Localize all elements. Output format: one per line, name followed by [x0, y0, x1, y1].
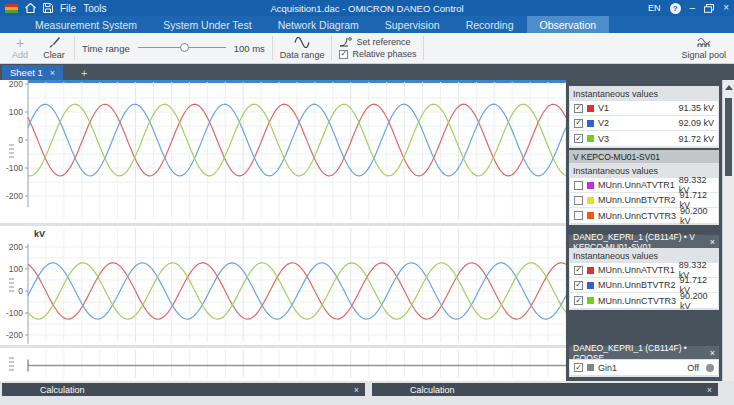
close-button[interactable]: × — [723, 3, 729, 13]
status-indicator-icon — [706, 364, 714, 372]
time-range-value: 100 ms — [234, 43, 265, 54]
signal-color-swatch — [587, 105, 594, 112]
panel-close-icon[interactable]: × — [354, 385, 359, 395]
set-reference-button[interactable]: Set reference — [339, 37, 416, 47]
relative-phases-toggle[interactable]: ✓ Relative phases — [339, 49, 416, 59]
nav-tab-recording[interactable]: Recording — [453, 16, 527, 33]
signal-color-swatch — [587, 182, 594, 189]
menu-tools[interactable]: Tools — [83, 3, 106, 14]
signal-visibility-checkbox[interactable] — [574, 196, 583, 205]
add-sheet-button[interactable]: + — [81, 66, 87, 80]
signal-status: Off — [687, 363, 699, 373]
window-title: Acquisition1.dac - OMICRON DANEO Control — [0, 3, 734, 14]
legend-row[interactable]: ✓V292.09 kV — [570, 116, 718, 131]
section-label: Instantaneous values — [570, 87, 718, 101]
legend-row[interactable]: MUnn.UnnCTVTR390.200 kV — [570, 208, 718, 223]
signal-visibility-checkbox[interactable] — [574, 181, 583, 190]
y-axis-unit-label: kV — [34, 229, 45, 239]
nav-tab-network-diagram[interactable]: Network Diagram — [265, 16, 372, 33]
signal-visibility-checkbox[interactable]: ✓ — [574, 281, 583, 290]
signal-visibility-checkbox[interactable] — [574, 211, 583, 220]
legend-header-daneo-sv01[interactable]: DANEO_KEPRI_1 (CB114F) • V KEPCO-MU01-SV… — [569, 235, 719, 248]
clear-button-label: Clear — [43, 50, 65, 60]
time-range-slider[interactable] — [138, 42, 226, 54]
panel-close-icon[interactable]: × — [710, 348, 715, 358]
clear-button[interactable]: Clear — [41, 36, 67, 60]
svg-text:200: 200 — [9, 80, 23, 89]
title-bar: File Tools Acquisition1.dac - OMICRON DA… — [0, 0, 734, 16]
signal-pool-button[interactable]: Signal pool — [681, 36, 726, 60]
add-button[interactable]: + Add — [7, 36, 33, 60]
signal-legend-panel: Instantaneous values ✓V191.35 kV✓V292.09… — [566, 80, 722, 381]
signal-pool-icon — [696, 36, 712, 49]
signal-name: MUnn.UnnATVTR1 — [598, 180, 675, 190]
signal-name: MUnn.UnnCTVTR3 — [598, 296, 676, 306]
svg-text:0: 0 — [18, 135, 23, 145]
bottom-panel-area: Calculation × Calculation × — [0, 381, 734, 405]
goose-binary-trace[interactable] — [0, 348, 566, 381]
signal-visibility-checkbox[interactable]: ✓ — [574, 134, 583, 143]
waveform-chart-merged-unit[interactable]: kV 2001000-100-200 — [0, 226, 566, 345]
time-range-label: Time range — [82, 43, 130, 54]
signal-name: MUnn.UnnBTVTR2 — [598, 195, 676, 205]
svg-text:-200: -200 — [6, 330, 23, 340]
daneo-control-window: File Tools Acquisition1.dac - OMICRON DA… — [0, 0, 734, 405]
relative-phases-checkbox[interactable]: ✓ — [339, 50, 348, 59]
signal-visibility-checkbox[interactable]: ✓ — [574, 119, 583, 128]
nav-tab-measurement-system[interactable]: Measurement System — [22, 16, 150, 33]
svg-text:-100: -100 — [6, 308, 23, 318]
signal-color-swatch — [587, 267, 594, 274]
legend-row[interactable]: ✓V191.35 kV — [570, 101, 718, 116]
signal-name: V2 — [598, 118, 609, 128]
panel-close-icon[interactable]: × — [707, 385, 712, 395]
language-selector[interactable]: EN — [648, 3, 661, 13]
legend-header-kepco-sv01[interactable]: V KEPCO-MU01-SV01 — [569, 150, 719, 163]
signal-name: MUnn.UnnATVTR1 — [598, 265, 675, 275]
data-range-button[interactable]: Data range — [280, 36, 325, 60]
home-icon[interactable] — [25, 3, 36, 13]
relative-phases-label: Relative phases — [352, 49, 416, 59]
nav-tab-supervision[interactable]: Supervision — [372, 16, 453, 33]
ribbon-toolbar: + Add Clear Time range 100 ms — [0, 33, 734, 64]
legend-row[interactable]: ✓V391.72 kV — [570, 131, 718, 146]
legend-group-kepco-sv01: Instantaneous values MUnn.UnnATVTR189.33… — [569, 163, 719, 225]
signal-visibility-checkbox[interactable]: ✓ — [574, 104, 583, 113]
legend-header-daneo-goose[interactable]: DANEO_KEPRI_1 (CB114F) • GOOSE × — [569, 346, 719, 359]
svg-text:100: 100 — [9, 107, 23, 117]
legend-row[interactable]: ✓Gin1Off — [570, 360, 718, 375]
sheet-close-icon[interactable]: × — [50, 68, 55, 78]
signal-visibility-checkbox[interactable]: ✓ — [574, 296, 583, 305]
plus-icon: + — [16, 36, 24, 49]
legend-row[interactable]: ✓MUnn.UnnCTVTR390.200 kV — [570, 293, 718, 308]
waveform-chart-voltages[interactable]: 2001000-100-200 — [0, 80, 566, 223]
help-icon[interactable]: ? — [670, 3, 681, 14]
menu-file[interactable]: File — [60, 3, 76, 14]
scrollbar-thumb[interactable] — [725, 98, 732, 176]
signal-visibility-checkbox[interactable]: ✓ — [574, 363, 583, 372]
signal-value: 90.200 kV — [680, 206, 714, 226]
svg-text:100: 100 — [9, 264, 23, 274]
calculation-panel-right[interactable]: Calculation × — [372, 383, 718, 396]
sheet-tab-label: Sheet 1 — [10, 67, 43, 78]
data-range-label: Data range — [280, 50, 325, 60]
calculation-panel-left[interactable]: Calculation × — [2, 383, 365, 396]
signal-value: 91.35 kV — [678, 103, 714, 113]
signal-color-swatch — [587, 364, 594, 371]
sheet-tab-active[interactable]: Sheet 1 × — [2, 65, 63, 80]
panel-vertical-scrollbar[interactable] — [722, 80, 734, 381]
nav-tab-observation[interactable]: Observation — [527, 16, 610, 33]
signal-color-swatch — [587, 212, 594, 219]
nav-tab-system-under-test[interactable]: System Under Test — [150, 16, 265, 33]
signal-visibility-checkbox[interactable]: ✓ — [574, 266, 583, 275]
signal-value: 90.200 kV — [680, 291, 714, 311]
signal-name: V3 — [598, 134, 609, 144]
minimize-button[interactable]: – — [690, 3, 696, 13]
restore-button[interactable] — [704, 4, 714, 13]
panel-close-icon[interactable]: × — [710, 237, 715, 247]
scroll-up-icon[interactable] — [725, 85, 733, 90]
slider-thumb[interactable] — [180, 43, 189, 52]
save-icon[interactable] — [43, 3, 53, 13]
svg-text:-200: -200 — [6, 191, 23, 201]
add-button-label: Add — [12, 50, 28, 60]
svg-text:0: 0 — [18, 286, 23, 296]
